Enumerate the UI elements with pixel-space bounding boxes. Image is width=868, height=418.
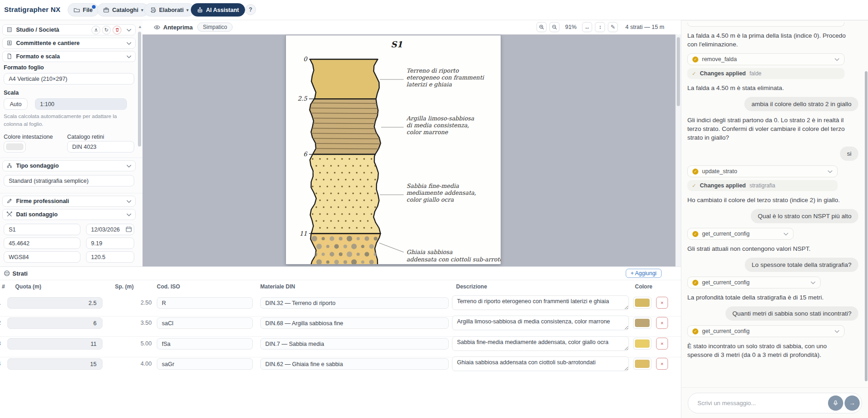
descrizione-textarea[interactable]: [452, 336, 629, 351]
scala-auto-button[interactable]: Auto: [4, 98, 28, 110]
top-bar: Stratigrapher NX File Cataloghi ▾ Elabor…: [0, 0, 868, 20]
preview-canvas[interactable]: S102.5611Terreno di riportoeterogeneo co…: [143, 34, 676, 266]
colore-swatch-button[interactable]: [633, 358, 651, 370]
color-swatch: [635, 360, 650, 368]
col-din: Materiale DIN: [260, 283, 295, 290]
sondaggio-quota-input[interactable]: [86, 251, 134, 263]
scrollbar-thumb[interactable]: [138, 32, 141, 147]
panel-committente[interactable]: Committente e cantiere: [2, 38, 136, 49]
scrollbar-thumb[interactable]: [677, 37, 680, 106]
zoom-out-button[interactable]: [549, 22, 560, 32]
colore-intestazione-swatch[interactable]: [4, 141, 26, 153]
cod-iso-input[interactable]: [157, 297, 253, 309]
sondaggio-latitudine-input[interactable]: [4, 237, 80, 249]
materiale-din-input[interactable]: [260, 297, 449, 309]
scala-value-input[interactable]: [35, 98, 127, 110]
delete-row-button[interactable]: ×: [656, 358, 668, 370]
message-input[interactable]: [697, 393, 792, 413]
folder-icon: [74, 7, 80, 13]
stratigrapher-app: Stratigrapher NX File Cataloghi ▾ Elabor…: [0, 0, 868, 418]
panel-dati-sondaggio[interactable]: Dati sondaggio: [2, 209, 136, 220]
cod-iso-input[interactable]: [157, 358, 253, 370]
panel-tipo-sondaggio[interactable]: Tipo sondaggio: [2, 160, 136, 171]
quota-input[interactable]: [7, 317, 103, 329]
tipo-sondaggio-select[interactable]: [4, 175, 134, 186]
catalogo-retini-select[interactable]: [67, 141, 134, 153]
cod-iso-input[interactable]: [157, 317, 253, 329]
colore-swatch-button[interactable]: [633, 317, 651, 329]
delete-row-button[interactable]: ×: [656, 317, 668, 329]
tool-call-chip[interactable]: ✓remove_falda: [687, 53, 845, 65]
table-row: 4 4.00 ×: [0, 358, 681, 378]
tools-icon: [6, 211, 13, 218]
colore-swatch-button[interactable]: [633, 297, 651, 309]
chevron-down-icon: [783, 232, 788, 236]
save-panel-button[interactable]: [91, 26, 100, 34]
delete-row-button[interactable]: ×: [656, 297, 668, 309]
layer-label: color marrone: [406, 129, 448, 136]
descrizione-textarea[interactable]: [452, 356, 629, 371]
col-desc: Descrizione: [456, 283, 487, 290]
help-button[interactable]: ?: [245, 4, 256, 15]
panel-firme-professionali[interactable]: Firme professionali: [2, 196, 136, 207]
sondaggio-longitudine-input[interactable]: [86, 237, 134, 249]
edit-button[interactable]: ✎: [608, 22, 618, 32]
quota-input[interactable]: [7, 297, 103, 309]
chat-scrollbar-thumb[interactable]: [865, 71, 868, 381]
add-strato-button[interactable]: + Aggiungi: [626, 269, 662, 278]
cataloghi-button[interactable]: Cataloghi ▾: [97, 3, 149, 17]
chevron-down-icon: [126, 213, 131, 216]
changes-applied-chip: ✓Changes appliedfalde: [687, 68, 845, 79]
tool-call-chip[interactable]: ✓get_current_config: [687, 228, 794, 240]
drawing-paper: S102.5611Terreno di riportoeterogeneo co…: [286, 35, 501, 264]
chevron-down-icon: [834, 58, 839, 61]
fit-height-button[interactable]: ↕: [595, 22, 605, 32]
elaborati-button-label: Elaborati: [159, 7, 184, 13]
file-button-label: File: [83, 7, 93, 13]
anteprima-tab[interactable]: Anteprima: [154, 24, 193, 31]
chevron-down-icon: [126, 164, 131, 168]
refresh-panel-button[interactable]: ↻: [102, 26, 111, 34]
tool-call-chip[interactable]: ✓get_current_config: [687, 325, 845, 337]
materiale-din-input[interactable]: [260, 358, 449, 370]
color-swatch: [6, 143, 23, 150]
tool-call-chip[interactable]: ✓update_strato: [687, 165, 838, 177]
scroll-up-arrow-icon[interactable]: ▲: [138, 24, 142, 29]
descrizione-textarea[interactable]: [452, 316, 629, 330]
tool-name: update_strato: [702, 168, 824, 175]
ai-assistant-button[interactable]: AI Assistant: [191, 3, 245, 17]
chat-scroll-area[interactable]: La falda a 4.50 m è la prima della lista…: [681, 20, 864, 388]
fit-width-button[interactable]: ↔: [582, 22, 592, 32]
tool-call-chip[interactable]: ✓get_current_config: [687, 277, 821, 288]
sondaggio-datum-input[interactable]: [4, 251, 80, 263]
send-button[interactable]: →: [845, 395, 860, 411]
zoom-in-button[interactable]: [537, 22, 547, 32]
sondaggio-nome-input[interactable]: [4, 224, 80, 235]
quota-input[interactable]: [7, 338, 103, 350]
file-button[interactable]: File: [68, 3, 99, 17]
mic-button[interactable]: [828, 395, 843, 411]
quota-input[interactable]: [7, 358, 103, 370]
materiale-din-input[interactable]: [260, 317, 449, 329]
layer-label: laterizi e ghiaia: [406, 81, 452, 88]
descrizione-textarea[interactable]: [452, 295, 629, 310]
panel-studio-societa[interactable]: Studio / Società ↻: [2, 24, 136, 35]
cod-iso-input[interactable]: [157, 338, 253, 350]
applied-target: falde: [749, 70, 761, 77]
materiale-din-input[interactable]: [260, 338, 449, 350]
formato-foglio-select[interactable]: [4, 73, 134, 85]
delete-panel-button[interactable]: [113, 26, 121, 34]
calendar-icon[interactable]: [126, 226, 132, 232]
delete-row-button[interactable]: ×: [656, 338, 668, 350]
caret-down-icon: ▾: [187, 8, 189, 12]
elaborati-button[interactable]: Elaborati ▾: [144, 3, 194, 17]
row-number: 3: [0, 340, 3, 347]
preview-scrollbar[interactable]: [675, 34, 681, 266]
panel-formato-scala[interactable]: Formato e scala: [2, 51, 136, 62]
style-badge[interactable]: Simpatico: [197, 23, 233, 32]
assistant-message: Gli strati attuali non contengono valori…: [687, 244, 851, 253]
depth-tick: 0: [303, 56, 308, 62]
sidebar-scrollbar[interactable]: ▲: [138, 23, 142, 262]
colore-swatch-button[interactable]: [633, 338, 651, 350]
stratigraphic-column: S102.5611Terreno di riportoeterogeneo co…: [286, 35, 501, 264]
